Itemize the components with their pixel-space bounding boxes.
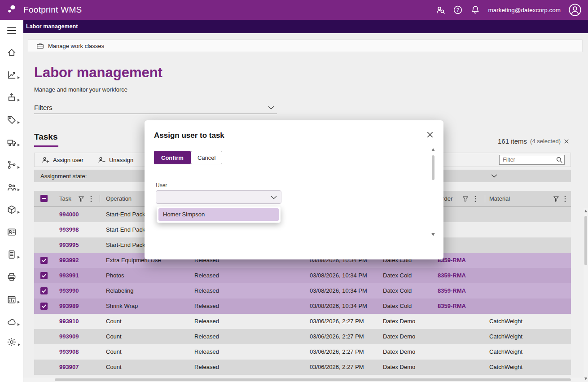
sidebar-item-analytics[interactable] bbox=[0, 64, 23, 86]
footprint-logo-icon bbox=[6, 4, 18, 16]
help-icon[interactable]: ? bbox=[453, 5, 463, 15]
table-row[interactable]: 993907CountReleased03/06/2026, 2:27 PMDa… bbox=[34, 360, 571, 375]
column-menu-icon[interactable] bbox=[474, 195, 477, 202]
scroll-up-icon[interactable] bbox=[431, 148, 435, 151]
order-link[interactable]: 8359-RMA bbox=[438, 268, 466, 283]
table-row[interactable]: 993990RelabelingReleased03/08/2026, 10:3… bbox=[34, 283, 571, 299]
dropdown-option[interactable]: Homer Simpson bbox=[158, 208, 279, 221]
horizontal-scrollbar bbox=[23, 378, 584, 382]
clear-selection-icon[interactable] bbox=[564, 139, 569, 144]
order-link[interactable]: 8359-RMA bbox=[438, 283, 466, 299]
operation-cell: Start-End Pack bbox=[106, 222, 145, 237]
table-row[interactable]: 993910CountReleased03/06/2026, 2:27 PMDa… bbox=[34, 314, 571, 329]
row-checkbox[interactable] bbox=[40, 211, 48, 218]
search-icon[interactable] bbox=[556, 156, 563, 163]
task-id-link[interactable]: 993992 bbox=[59, 253, 79, 268]
filter-funnel-icon[interactable] bbox=[462, 196, 469, 202]
table-row[interactable]: 993909CountReleased03/06/2026, 2:27 PMDa… bbox=[34, 329, 571, 344]
table-row[interactable]: 993908CountReleased03/06/2026, 2:27 PMDa… bbox=[34, 344, 571, 360]
task-id-link[interactable]: 993995 bbox=[59, 237, 79, 253]
manage-work-classes-label: Manage work classes bbox=[48, 43, 104, 49]
task-id-link[interactable]: 993910 bbox=[59, 314, 79, 329]
filter-funnel-icon[interactable] bbox=[553, 196, 559, 202]
transportation-icon bbox=[7, 137, 17, 147]
task-id-link[interactable]: 993909 bbox=[59, 329, 79, 344]
items-count: 161 items bbox=[498, 137, 527, 145]
unassign-button[interactable]: Unassign bbox=[91, 153, 140, 167]
task-id-link[interactable]: 993989 bbox=[59, 299, 79, 314]
task-id-link[interactable]: 993991 bbox=[59, 268, 79, 283]
vertical-scroll-thumb[interactable] bbox=[584, 216, 587, 265]
filter-input[interactable] bbox=[499, 155, 565, 165]
table-row[interactable]: 993989Shrink WrapReleased03/08/2026, 10:… bbox=[34, 299, 571, 314]
account-icon[interactable] bbox=[568, 3, 582, 17]
sidebar-item-planning[interactable] bbox=[0, 288, 23, 311]
task-id-link[interactable]: 994000 bbox=[59, 207, 79, 222]
table-row[interactable]: 993991PhotosReleased03/08/2026, 10:34 PM… bbox=[34, 268, 571, 283]
column-header-task[interactable]: Task bbox=[59, 191, 71, 207]
dialog-scroll-thumb[interactable] bbox=[432, 155, 434, 180]
row-checkbox[interactable] bbox=[40, 364, 48, 371]
row-checkbox[interactable] bbox=[40, 348, 48, 356]
row-checkbox[interactable] bbox=[40, 257, 48, 264]
flyout-arrow-icon bbox=[18, 99, 20, 101]
sidebar-item-records[interactable] bbox=[0, 243, 23, 266]
sidebar-item-workflow[interactable] bbox=[0, 154, 23, 176]
status-cell: Released bbox=[194, 344, 219, 360]
flyout-arrow-icon bbox=[18, 211, 20, 214]
confirm-button[interactable]: Confirm bbox=[154, 151, 191, 164]
row-checkbox[interactable] bbox=[40, 241, 48, 249]
row-checkbox[interactable] bbox=[40, 318, 48, 325]
filter-funnel-icon[interactable] bbox=[78, 196, 84, 202]
flyout-arrow-icon bbox=[18, 76, 20, 79]
warehouse-cell: Datex Demo bbox=[383, 344, 415, 360]
task-id-link[interactable]: 993990 bbox=[59, 283, 79, 299]
sidebar-item-home[interactable] bbox=[0, 41, 23, 64]
column-divider bbox=[485, 195, 485, 202]
order-link[interactable]: 8359-RMA bbox=[438, 299, 466, 314]
menu-toggle-button[interactable] bbox=[0, 20, 23, 41]
operation-cell: Relabeling bbox=[106, 283, 133, 299]
sidebar-item-transportation[interactable] bbox=[0, 131, 23, 154]
column-header-operation[interactable]: Operation bbox=[106, 191, 132, 207]
task-id-link[interactable]: 993907 bbox=[59, 360, 79, 375]
sidebar-item-settings[interactable] bbox=[0, 331, 23, 353]
scheduled-cell: 03/08/2026, 10:34 PM bbox=[310, 299, 367, 314]
manage-work-classes-button[interactable]: Manage work classes bbox=[28, 40, 583, 52]
sidebar-item-contacts[interactable] bbox=[0, 221, 23, 243]
filters-expander[interactable]: Filters bbox=[34, 101, 277, 114]
sidebar-item-printing[interactable] bbox=[0, 266, 23, 288]
sidebar-item-integrations[interactable] bbox=[0, 311, 23, 333]
material-cell: CatchWeight bbox=[489, 329, 522, 344]
user-search-icon[interactable] bbox=[435, 5, 445, 15]
sidebar-item-outbound[interactable] bbox=[0, 86, 23, 109]
task-id-link[interactable]: 993908 bbox=[59, 344, 79, 360]
chevron-down-icon[interactable] bbox=[491, 174, 497, 178]
column-menu-icon[interactable] bbox=[90, 195, 92, 202]
close-icon[interactable] bbox=[426, 131, 434, 138]
account-email[interactable]: marketing@datexcorp.com bbox=[488, 7, 561, 13]
table-filter bbox=[499, 155, 565, 165]
row-checkbox[interactable] bbox=[40, 333, 48, 340]
scroll-down-icon[interactable] bbox=[431, 233, 435, 236]
cancel-button[interactable]: Cancel bbox=[191, 151, 222, 164]
assign-user-button[interactable]: Assign user bbox=[35, 153, 91, 167]
material-cell: CatchWeight bbox=[489, 314, 522, 329]
user-select[interactable] bbox=[156, 190, 281, 204]
sidebar-item-tags[interactable] bbox=[0, 109, 23, 131]
row-checkbox[interactable] bbox=[40, 287, 48, 294]
scroll-down-icon[interactable] bbox=[584, 378, 587, 380]
notifications-icon[interactable] bbox=[470, 5, 480, 15]
sidebar-item-teams[interactable] bbox=[0, 176, 23, 198]
row-checkbox[interactable] bbox=[40, 303, 48, 310]
task-id-link[interactable]: 993998 bbox=[59, 222, 79, 237]
select-all-checkbox[interactable] bbox=[40, 195, 48, 202]
dialog-title: Assign user to task bbox=[154, 131, 224, 140]
horizontal-scroll-thumb[interactable] bbox=[55, 378, 571, 381]
sidebar-item-inventory[interactable] bbox=[0, 198, 23, 221]
scroll-up-icon[interactable] bbox=[584, 210, 587, 212]
column-menu-icon[interactable] bbox=[564, 195, 566, 202]
row-checkbox[interactable] bbox=[40, 272, 48, 279]
column-header-material[interactable]: Material bbox=[489, 191, 510, 207]
row-checkbox[interactable] bbox=[40, 226, 48, 233]
